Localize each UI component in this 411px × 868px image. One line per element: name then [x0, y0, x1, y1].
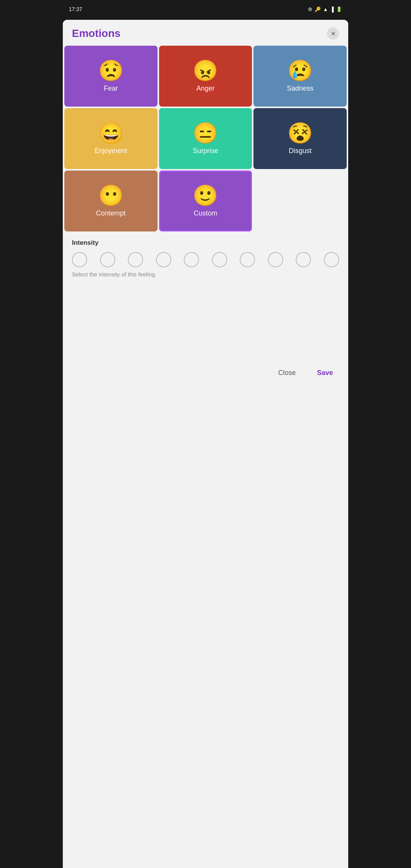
battery-icon: 🔋 [336, 6, 342, 12]
disgust-label: Disgust [289, 147, 312, 155]
intensity-dots [72, 252, 339, 267]
emotion-tile-custom[interactable]: 🙂 Custom [159, 171, 252, 231]
modal-header: Emotions ✕ [63, 20, 348, 46]
emotion-tile-enjoyment[interactable]: 😄 Enjoyment [64, 108, 158, 169]
enjoyment-emoji: 😄 [98, 123, 124, 143]
key-icon: 🔑 [315, 6, 321, 12]
emotion-tile-disgust[interactable]: 😵 Disgust [253, 108, 347, 169]
signal-icon: ▐ [330, 6, 334, 12]
enjoyment-label: Enjoyment [95, 147, 127, 155]
sadness-emoji: 😢 [287, 60, 313, 81]
emotion-tile-anger[interactable]: 😠 Anger [159, 46, 252, 107]
contempt-emoji: 😶 [98, 185, 124, 206]
close-button[interactable]: ✕ [327, 27, 339, 40]
save-button[interactable]: Save [311, 366, 339, 380]
custom-emoji: 🙂 [193, 185, 218, 206]
spacer [63, 284, 348, 360]
status-icons: ⚙ 🔑 ▲ ▐ 🔋 [308, 6, 342, 12]
status-bar: 17:37 ⚙ 🔑 ▲ ▐ 🔋 [63, 0, 348, 18]
contempt-label: Contempt [96, 209, 126, 217]
intensity-hint: Select the intensity of this feeling [72, 271, 339, 279]
intensity-dot-10[interactable] [324, 252, 339, 267]
emotions-grid: 😟 Fear 😠 Anger 😢 Sadness 😄 Enjoyment 😑 S… [63, 46, 348, 231]
intensity-dot-9[interactable] [296, 252, 311, 267]
intensity-section: Intensity Select the intensity of this f… [64, 233, 347, 284]
intensity-dot-4[interactable] [156, 252, 171, 267]
surprise-label: Surprise [193, 147, 218, 155]
custom-label: Custom [194, 209, 217, 217]
modal-footer: Close Save [63, 360, 348, 389]
intensity-label: Intensity [72, 239, 339, 247]
emotion-tile-fear[interactable]: 😟 Fear [64, 46, 158, 107]
time: 17:37 [69, 6, 82, 12]
close-button-footer[interactable]: Close [272, 366, 302, 380]
fear-label: Fear [104, 85, 118, 93]
emotion-tile-contempt[interactable]: 😶 Contempt [64, 171, 158, 231]
intensity-dot-8[interactable] [268, 252, 283, 267]
sadness-label: Sadness [287, 85, 314, 93]
intensity-dot-7[interactable] [240, 252, 255, 267]
modal-container: Emotions ✕ 😟 Fear 😠 Anger 😢 Sadness 😄 En… [63, 20, 348, 868]
anger-emoji: 😠 [193, 60, 218, 81]
anger-label: Anger [196, 85, 215, 93]
surprise-emoji: 😑 [193, 123, 218, 143]
wifi-icon: ▲ [323, 6, 328, 12]
page-title: Emotions [72, 27, 121, 40]
emotion-tile-surprise[interactable]: 😑 Surprise [159, 108, 252, 169]
intensity-dot-2[interactable] [100, 252, 115, 267]
intensity-dot-6[interactable] [212, 252, 227, 267]
intensity-dot-1[interactable] [72, 252, 87, 267]
disgust-emoji: 😵 [287, 123, 313, 143]
fear-emoji: 😟 [98, 60, 124, 81]
intensity-dot-3[interactable] [128, 252, 143, 267]
emotion-tile-sadness[interactable]: 😢 Sadness [253, 46, 347, 107]
settings-icon: ⚙ [308, 6, 312, 12]
intensity-dot-5[interactable] [184, 252, 199, 267]
